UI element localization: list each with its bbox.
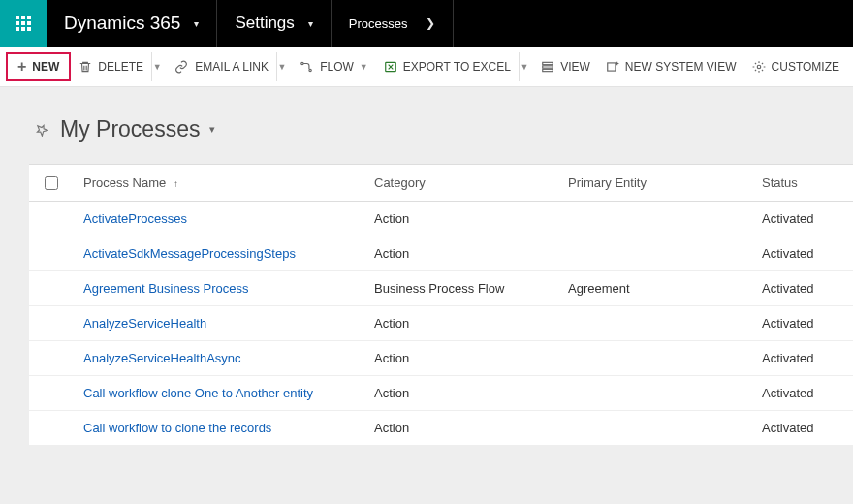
customize-icon	[752, 60, 766, 74]
customize-label: CUSTOMIZE	[772, 60, 839, 74]
svg-rect-6	[608, 62, 616, 70]
process-link[interactable]: ActivateSdkMessageProcessingSteps	[83, 246, 296, 261]
content-area: My Processes ▾ Process Name ↑ Category P…	[0, 87, 853, 504]
app-launcher-button[interactable]	[0, 0, 47, 47]
delete-label: DELETE	[98, 60, 143, 74]
sort-asc-icon: ↑	[174, 178, 178, 189]
cell-process-name: Agreement Business Process	[74, 281, 364, 296]
process-link[interactable]: ActivateProcesses	[83, 211, 187, 226]
col-entity-label: Primary Entity	[568, 175, 647, 190]
cell-category: Business Process Flow	[364, 281, 558, 296]
records-grid: Process Name ↑ Category Primary Entity S…	[29, 164, 853, 446]
process-link[interactable]: Call workflow clone One to Another entit…	[83, 386, 313, 400]
svg-rect-3	[543, 62, 553, 64]
export-split-caret[interactable]: ▼	[519, 52, 529, 81]
export-label: EXPORT TO EXCEL	[403, 60, 511, 74]
cell-status: Activated	[752, 386, 853, 400]
process-link[interactable]: AnalyzeServiceHealthAsync	[83, 351, 241, 365]
cell-status: Activated	[752, 316, 853, 331]
flow-label: FLOW	[320, 60, 354, 74]
cell-process-name: Call workflow clone One to Another entit…	[74, 386, 364, 400]
col-status-label: Status	[762, 175, 798, 190]
col-category[interactable]: Category	[364, 175, 558, 190]
cell-process-name: Call workflow to clone the records	[74, 421, 364, 435]
col-name-label: Process Name	[83, 175, 166, 190]
cell-category: Action	[364, 246, 558, 261]
nav-settings[interactable]: Settings ▾	[217, 0, 331, 47]
excel-icon	[384, 60, 397, 74]
chevron-right-icon: ❯	[426, 16, 435, 30]
delete-button[interactable]: DELETE	[71, 52, 151, 81]
view-icon	[541, 60, 554, 74]
cell-process-name: AnalyzeServiceHealthAsync	[74, 351, 364, 365]
flow-icon	[299, 60, 314, 74]
cell-status: Activated	[752, 246, 853, 261]
svg-point-7	[757, 65, 761, 69]
new-label: NEW	[32, 60, 59, 74]
table-row[interactable]: Call workflow to clone the recordsAction…	[29, 411, 853, 446]
waffle-icon	[16, 16, 31, 31]
flow-button[interactable]: FLOW ▼	[291, 52, 376, 81]
view-selector[interactable]: My Processes ▾	[35, 116, 853, 142]
grid-header: Process Name ↑ Category Primary Entity S…	[29, 165, 853, 202]
grid-body: ActivateProcessesActionActivatedActivate…	[29, 202, 853, 446]
email-link-button[interactable]: EMAIL A LINK	[166, 52, 276, 81]
system-view-icon	[606, 60, 619, 74]
process-link[interactable]: Call workflow to clone the records	[83, 421, 271, 435]
email-split-caret[interactable]: ▼	[276, 52, 287, 81]
cell-status: Activated	[752, 421, 853, 435]
col-status[interactable]: Status	[752, 175, 853, 190]
trash-icon	[79, 60, 92, 74]
process-link[interactable]: AnalyzeServiceHealth	[83, 316, 206, 331]
col-primary-entity[interactable]: Primary Entity	[558, 175, 752, 190]
table-row[interactable]: AnalyzeServiceHealthActionActivated	[29, 306, 853, 341]
customize-button[interactable]: CUSTOMIZE	[744, 52, 847, 81]
cell-status: Activated	[752, 351, 853, 365]
cell-process-name: AnalyzeServiceHealth	[74, 316, 364, 331]
cell-process-name: ActivateSdkMessageProcessingSteps	[74, 246, 364, 261]
new-system-view-button[interactable]: NEW SYSTEM VIEW	[598, 52, 744, 81]
chevron-down-icon: ▼	[360, 62, 368, 72]
chevron-down-icon: ▾	[308, 18, 313, 29]
cell-category: Action	[364, 386, 558, 400]
global-nav: Dynamics 365 ▾ Settings ▾ Processes ❯	[0, 0, 853, 47]
col-process-name[interactable]: Process Name ↑	[74, 175, 364, 190]
select-all-checkbox[interactable]	[45, 176, 58, 190]
new-system-view-label: NEW SYSTEM VIEW	[625, 60, 737, 74]
cell-category: Action	[364, 316, 558, 331]
new-button[interactable]: + NEW	[6, 52, 71, 81]
link-icon	[174, 60, 189, 74]
pin-icon	[35, 123, 48, 137]
cell-category: Action	[364, 211, 558, 226]
nav-breadcrumb-processes[interactable]: Processes ❯	[332, 0, 454, 47]
svg-rect-4	[543, 65, 553, 67]
cell-category: Action	[364, 351, 558, 365]
table-row[interactable]: AnalyzeServiceHealthAsyncActionActivated	[29, 341, 853, 376]
chevron-down-icon: ▾	[194, 18, 199, 29]
chevron-down-icon: ▾	[209, 123, 215, 136]
view-title-label: My Processes	[60, 116, 200, 142]
cell-process-name: ActivateProcesses	[74, 211, 364, 226]
select-all-cell[interactable]	[29, 176, 74, 190]
view-label: VIEW	[560, 60, 590, 74]
process-link[interactable]: Agreement Business Process	[83, 281, 249, 296]
main-panel: My Processes ▾ Process Name ↑ Category P…	[29, 105, 853, 504]
table-row[interactable]: ActivateSdkMessageProcessingStepsActionA…	[29, 236, 853, 271]
svg-point-0	[301, 62, 303, 64]
view-button[interactable]: VIEW	[533, 52, 598, 81]
plus-icon: +	[17, 58, 26, 76]
brand-label: Dynamics 365	[64, 13, 180, 34]
cell-status: Activated	[752, 281, 853, 296]
nav-brand[interactable]: Dynamics 365 ▾	[47, 0, 217, 47]
svg-rect-5	[543, 69, 553, 71]
cell-entity: Agreement	[558, 281, 752, 296]
table-row[interactable]: Agreement Business ProcessBusiness Proce…	[29, 271, 853, 306]
table-row[interactable]: ActivateProcessesActionActivated	[29, 202, 853, 236]
settings-label: Settings	[235, 14, 294, 33]
email-link-label: EMAIL A LINK	[195, 60, 269, 74]
table-row[interactable]: Call workflow clone One to Another entit…	[29, 376, 853, 411]
svg-point-1	[309, 69, 311, 71]
delete-split-caret[interactable]: ▼	[151, 52, 162, 81]
export-excel-button[interactable]: EXPORT TO EXCEL	[376, 52, 519, 81]
cell-category: Action	[364, 421, 558, 435]
